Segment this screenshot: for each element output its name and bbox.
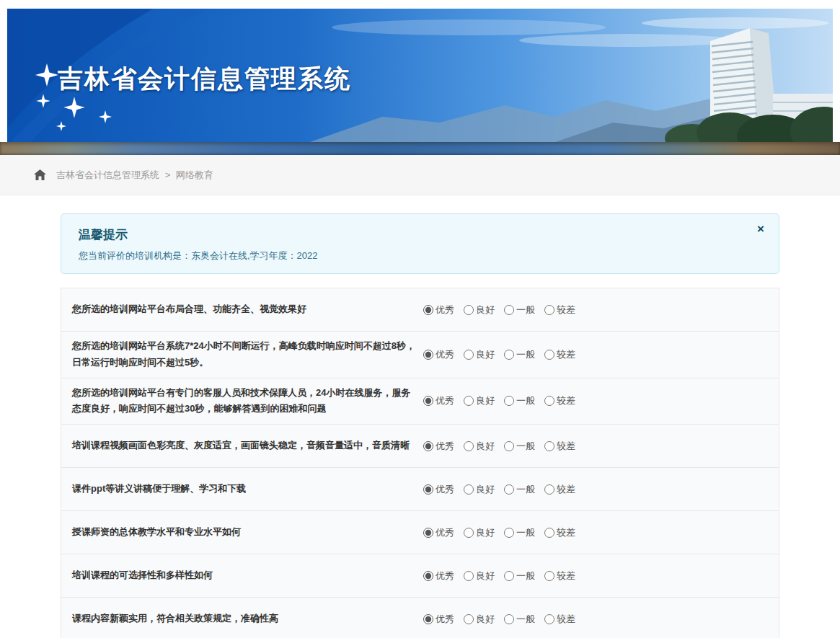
question-row: 课件ppt等讲义讲稿便于理解、学习和下载 优秀良好一般较差 bbox=[61, 468, 779, 511]
rating-option[interactable]: 一般 bbox=[504, 613, 535, 626]
rating-options: 优秀良好一般较差 bbox=[423, 394, 575, 407]
rating-radio[interactable] bbox=[423, 441, 433, 451]
rating-option[interactable]: 优秀 bbox=[423, 440, 454, 453]
question-row: 课程内容新颖实用，符合相关政策规定，准确性高 优秀良好一般较差 bbox=[61, 598, 779, 638]
rating-radio[interactable] bbox=[504, 484, 514, 495]
breadcrumb-separator: > bbox=[165, 169, 171, 180]
rating-label: 较差 bbox=[557, 304, 575, 316]
rating-options: 优秀良好一般较差 bbox=[423, 348, 575, 361]
rating-radio[interactable] bbox=[544, 571, 554, 581]
rating-option[interactable]: 良好 bbox=[464, 526, 495, 539]
rating-option[interactable]: 优秀 bbox=[423, 526, 454, 539]
rating-option[interactable]: 较差 bbox=[544, 570, 575, 582]
rating-radio[interactable] bbox=[464, 396, 474, 406]
rating-label: 良好 bbox=[476, 394, 495, 407]
rating-label: 较差 bbox=[557, 440, 575, 453]
rating-radio[interactable] bbox=[464, 350, 474, 360]
rating-radio[interactable] bbox=[464, 484, 474, 495]
rating-label: 优秀 bbox=[436, 570, 454, 582]
rating-label: 较差 bbox=[557, 483, 575, 496]
rating-radio[interactable] bbox=[423, 305, 433, 315]
notice-message: 您当前评价的培训机构是：东奥会计在线,学习年度：2022 bbox=[79, 249, 761, 262]
close-icon[interactable]: × bbox=[754, 221, 767, 236]
rating-radio[interactable] bbox=[544, 305, 554, 315]
rating-radio[interactable] bbox=[423, 396, 433, 406]
rating-label: 一般 bbox=[516, 526, 535, 539]
rating-radio[interactable] bbox=[504, 528, 514, 538]
rating-radio[interactable] bbox=[504, 350, 514, 360]
rating-radio[interactable] bbox=[423, 571, 433, 581]
question-text: 您所选的培训网站平台系统7*24小时不间断运行，高峰负载时响应时间不超过8秒，日… bbox=[61, 332, 423, 378]
rating-option[interactable]: 优秀 bbox=[423, 570, 454, 582]
breadcrumb-system[interactable]: 吉林省会计信息管理系统 bbox=[56, 169, 159, 180]
rating-radio[interactable] bbox=[544, 396, 554, 406]
rating-label: 良好 bbox=[476, 483, 495, 496]
rating-option[interactable]: 一般 bbox=[504, 348, 535, 361]
rating-label: 优秀 bbox=[436, 483, 454, 496]
rating-option[interactable]: 良好 bbox=[464, 613, 495, 626]
rating-radio[interactable] bbox=[464, 528, 474, 538]
rating-radio[interactable] bbox=[464, 441, 474, 451]
rating-option[interactable]: 较差 bbox=[544, 483, 575, 496]
rating-option[interactable]: 一般 bbox=[504, 570, 535, 582]
rating-option[interactable]: 优秀 bbox=[423, 394, 454, 407]
rating-option[interactable]: 良好 bbox=[464, 348, 495, 361]
rating-option[interactable]: 良好 bbox=[464, 394, 495, 407]
rating-option[interactable]: 一般 bbox=[504, 394, 535, 407]
rating-label: 较差 bbox=[557, 526, 575, 539]
rating-radio[interactable] bbox=[464, 614, 474, 624]
rating-label: 一般 bbox=[516, 613, 535, 626]
rating-radio[interactable] bbox=[423, 484, 433, 495]
rating-option[interactable]: 良好 bbox=[464, 440, 495, 453]
photo-strip bbox=[0, 142, 840, 155]
rating-option[interactable]: 一般 bbox=[504, 440, 535, 453]
question-text: 培训课程的可选择性和多样性如何 bbox=[61, 561, 423, 590]
rating-radio[interactable] bbox=[544, 528, 554, 538]
rating-radio[interactable] bbox=[544, 350, 554, 360]
rating-option[interactable]: 较差 bbox=[544, 526, 575, 539]
rating-radio[interactable] bbox=[504, 305, 514, 315]
rating-options: 优秀良好一般较差 bbox=[423, 570, 575, 582]
rating-option[interactable]: 较差 bbox=[544, 304, 575, 316]
breadcrumb: 吉林省会计信息管理系统 > 网络教育 bbox=[0, 155, 840, 195]
question-row: 培训课程视频画面色彩亮度、灰度适宜，画面镜头稳定，音频音量适中，音质清晰 优秀良… bbox=[61, 425, 779, 468]
rating-label: 良好 bbox=[476, 304, 495, 316]
rating-option[interactable]: 一般 bbox=[504, 483, 535, 496]
home-icon[interactable] bbox=[34, 169, 46, 180]
rating-radio[interactable] bbox=[504, 396, 514, 406]
rating-option[interactable]: 一般 bbox=[504, 526, 535, 539]
rating-options: 优秀良好一般较差 bbox=[423, 613, 575, 626]
rating-radio[interactable] bbox=[504, 441, 514, 451]
rating-radio[interactable] bbox=[544, 441, 554, 451]
rating-radio[interactable] bbox=[423, 614, 433, 624]
rating-label: 良好 bbox=[476, 613, 495, 626]
question-text: 课程内容新颖实用，符合相关政策规定，准确性高 bbox=[61, 604, 423, 634]
rating-option[interactable]: 良好 bbox=[464, 570, 495, 582]
rating-radio[interactable] bbox=[504, 571, 514, 581]
rating-option[interactable]: 较差 bbox=[544, 348, 575, 361]
main-content: 温馨提示 您当前评价的培训机构是：东奥会计在线,学习年度：2022 × 您所选的… bbox=[0, 195, 840, 638]
rating-options: 优秀良好一般较差 bbox=[423, 483, 575, 496]
rating-option[interactable]: 优秀 bbox=[423, 348, 454, 361]
question-text: 您所选的培训网站平台有专门的客服人员和技术保障人员，24小时在线服务，服务态度良… bbox=[61, 378, 423, 425]
rating-option[interactable]: 优秀 bbox=[423, 304, 454, 316]
rating-radio[interactable] bbox=[464, 305, 474, 315]
rating-radio[interactable] bbox=[464, 571, 474, 581]
rating-radio[interactable] bbox=[423, 528, 433, 538]
rating-option[interactable]: 良好 bbox=[464, 304, 495, 316]
rating-label: 良好 bbox=[476, 570, 495, 582]
rating-option[interactable]: 较差 bbox=[544, 394, 575, 407]
rating-radio[interactable] bbox=[423, 350, 433, 360]
rating-label: 较差 bbox=[557, 348, 575, 361]
rating-option[interactable]: 优秀 bbox=[423, 483, 454, 496]
rating-option[interactable]: 优秀 bbox=[423, 613, 454, 626]
rating-option[interactable]: 一般 bbox=[504, 304, 535, 316]
rating-option[interactable]: 良好 bbox=[464, 483, 495, 496]
rating-radio[interactable] bbox=[544, 614, 554, 624]
rating-radio[interactable] bbox=[504, 614, 514, 624]
rating-radio[interactable] bbox=[544, 484, 554, 495]
rating-option[interactable]: 较差 bbox=[544, 613, 575, 626]
rating-option[interactable]: 较差 bbox=[544, 440, 575, 453]
rating-label: 较差 bbox=[557, 570, 575, 582]
rating-options: 优秀良好一般较差 bbox=[423, 526, 575, 539]
